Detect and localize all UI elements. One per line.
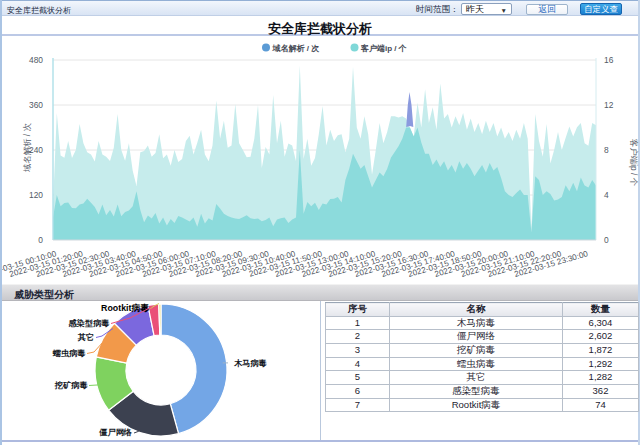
svg-text:感染型病毒: 感染型病毒 bbox=[68, 318, 110, 328]
svg-text:其它: 其它 bbox=[77, 332, 94, 342]
svg-text:域名解析 / 次: 域名解析 / 次 bbox=[272, 44, 320, 53]
svg-text:蠕虫病毒: 蠕虫病毒 bbox=[52, 348, 86, 358]
svg-text:客户端ip / 个: 客户端ip / 个 bbox=[360, 43, 407, 53]
svg-text:4: 4 bbox=[604, 190, 609, 200]
svg-text:0: 0 bbox=[604, 235, 609, 245]
svg-text:12: 12 bbox=[604, 100, 614, 110]
svg-text:8: 8 bbox=[604, 145, 609, 155]
svg-text:16: 16 bbox=[604, 55, 614, 65]
svg-text:木马病毒: 木马病毒 bbox=[233, 358, 267, 368]
svg-text:360: 360 bbox=[29, 100, 43, 110]
svg-text:0: 0 bbox=[38, 235, 43, 245]
svg-text:120: 120 bbox=[29, 190, 43, 200]
svg-text:僵尸网络: 僵尸网络 bbox=[98, 428, 133, 437]
svg-text:480: 480 bbox=[29, 55, 43, 65]
svg-text:域名解析 / 次: 域名解析 / 次 bbox=[22, 123, 32, 173]
svg-text:挖矿病毒: 挖矿病毒 bbox=[54, 380, 88, 390]
svg-text:客户端ip / 个: 客户端ip / 个 bbox=[629, 139, 639, 187]
